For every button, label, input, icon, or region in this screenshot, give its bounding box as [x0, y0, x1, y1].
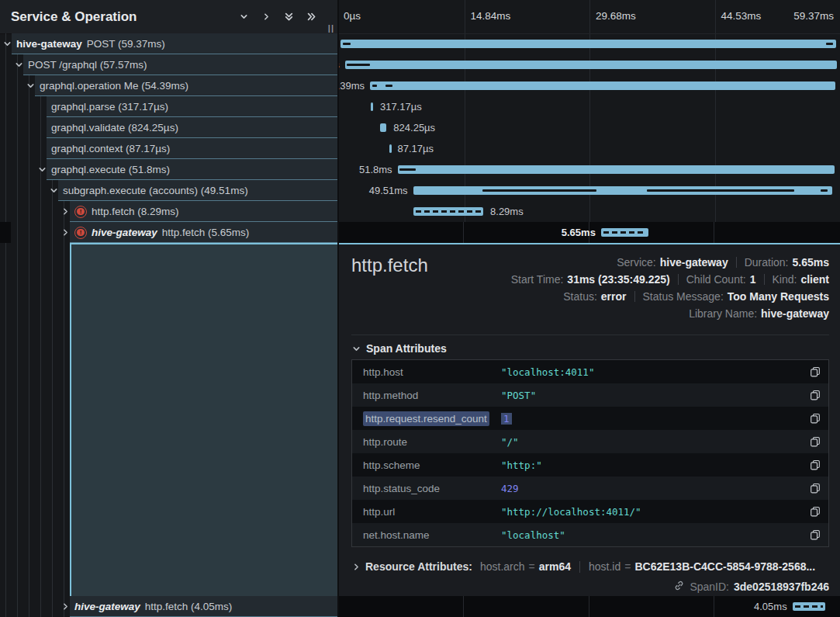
copy-icon[interactable]	[802, 459, 828, 470]
span-operation-label: graphql.execute (51.8ms)	[51, 164, 170, 175]
resource-attributes-title: Resource Attributes:	[365, 560, 472, 573]
timeline-row: 49.51ms	[339, 180, 840, 201]
attribute-key: net.host.name	[352, 529, 501, 541]
attribute-key: http.request.resend_count	[352, 413, 501, 425]
copy-icon[interactable]	[802, 366, 828, 377]
meta-value: 31ms (23:35:49.225)	[567, 273, 669, 286]
resource-attributes-row[interactable]: Resource Attributes: host.arch=arm64host…	[351, 555, 829, 578]
chevron-right-icon[interactable]	[60, 207, 70, 217]
error-icon: !	[74, 227, 87, 239]
chevron-down-icon[interactable]	[14, 61, 23, 70]
child-span-mark	[347, 64, 370, 66]
span-operation-label: graphql.operation Me (54.39ms)	[40, 80, 188, 92]
span-bar[interactable]	[398, 165, 835, 174]
copy-icon[interactable]	[802, 483, 828, 494]
attribute-row: http.route"/"	[352, 430, 828, 453]
meta-value: hive-gateway	[660, 256, 728, 269]
double-chevron-right-icon[interactable]	[305, 11, 317, 23]
copy-icon[interactable]	[802, 413, 828, 424]
span-bar[interactable]	[345, 61, 837, 69]
span-id-label: SpanID:	[690, 581, 729, 593]
chevron-down-icon[interactable]	[2, 40, 12, 49]
timeline-row: 8.29ms	[339, 201, 840, 222]
span-id-row: SpanID: 3de02518937fb246	[673, 580, 829, 594]
tree-row[interactable]: graphql.parse (317.17µs)	[0, 96, 337, 117]
meta-separator	[678, 274, 679, 285]
timeline-rows: s.39ms317.17µs824.25µs87.17µs51.8ms49.51…	[339, 33, 840, 243]
resource-equals: =	[624, 560, 631, 573]
chevron-spacer	[37, 102, 47, 112]
timeline-row: 5.65ms	[339, 222, 840, 243]
copy-icon[interactable]	[802, 506, 828, 517]
attribute-row: http.host"localhost:4011"	[352, 360, 828, 383]
tree-row[interactable]: !hive-gatewayhttp.fetch (5.65ms)	[0, 222, 337, 243]
span-bar[interactable]	[380, 123, 386, 132]
span-operation-label: graphql.parse (317.17µs)	[51, 101, 168, 113]
tree-row[interactable]: POST /graphql (57.57ms)	[0, 54, 337, 75]
attribute-value: "localhost:4011"	[501, 366, 802, 378]
span-bar[interactable]	[413, 207, 483, 216]
timeline-tick: 29.68ms	[596, 10, 636, 22]
trace-viewer: Service & Operation || hive-gatewayPOST …	[0, 0, 840, 617]
chevron-down-icon[interactable]	[37, 165, 47, 175]
timeline-row: 317.17µs	[339, 96, 840, 117]
chevron-right-icon[interactable]	[260, 11, 272, 23]
span-bar[interactable]	[793, 602, 826, 611]
chevron-down-icon[interactable]	[237, 11, 250, 23]
timeline-row: .39ms	[339, 75, 840, 96]
resource-attributes-entries: host.arch=arm64host.id=BC62E13B-C4CC-585…	[480, 560, 815, 573]
span-bar[interactable]	[370, 81, 835, 90]
resource-separator	[579, 561, 580, 573]
meta-value: 1	[750, 273, 756, 286]
attribute-row: http.status_code429	[352, 477, 828, 500]
resource-value: BC62E13B-C4CC-5854-9788-2568...	[634, 560, 815, 573]
copy-icon[interactable]	[802, 529, 828, 540]
span-operation-label: http.fetch (4.05ms)	[145, 601, 233, 612]
tree-row[interactable]: graphql.execute (51.8ms)	[0, 159, 337, 180]
timeline-tick: 59.37ms	[793, 10, 834, 22]
child-span-mark	[826, 43, 833, 45]
tree-row[interactable]: subgraph.execute (accounts) (49.51ms)	[0, 180, 337, 201]
meta-label: Duration:	[745, 256, 789, 269]
span-id-value: 3de02518937fb246	[734, 581, 829, 593]
tree-row[interactable]: !http.fetch (8.29ms)	[0, 201, 337, 222]
tree-row[interactable]: graphql.validate (824.25µs)	[0, 117, 337, 138]
child-span-mark	[343, 43, 351, 45]
copy-icon[interactable]	[802, 436, 828, 447]
chevron-down-icon[interactable]	[26, 81, 35, 91]
tree-row[interactable]: hive-gatewayhttp.fetch (4.05ms)	[0, 596, 337, 617]
timeline-row: 51.8ms	[339, 159, 840, 180]
panel-resize-handle[interactable]: ||	[328, 23, 334, 33]
chevron-down-icon[interactable]	[49, 186, 58, 196]
span-tree-panel: Service & Operation || hive-gatewayPOST …	[0, 0, 337, 617]
meta-separator	[764, 274, 765, 285]
timeline-ruler: 0µs14.84ms29.68ms44.53ms59.37ms	[339, 0, 840, 34]
double-chevron-down-icon[interactable]	[282, 11, 295, 23]
span-bar[interactable]	[340, 40, 836, 48]
attribute-row: http.url"http://localhost:4011/"	[352, 500, 828, 523]
chevron-right-icon[interactable]	[60, 228, 70, 237]
meta-separator	[634, 291, 635, 302]
meta-value: 5.65ms	[793, 256, 829, 269]
tree-row[interactable]: graphql.context (87.17µs)	[0, 138, 337, 159]
timeline-panel: 0µs14.84ms29.68ms44.53ms59.37ms s.39ms31…	[339, 0, 840, 617]
meta-line: Service:hive-gatewayDuration:5.65ms	[511, 254, 829, 271]
attribute-row: net.host.name"localhost"	[352, 523, 828, 546]
span-meta: Service:hive-gatewayDuration:5.65msStart…	[511, 254, 829, 322]
duration-label: s	[339, 54, 345, 75]
meta-label: Start Time:	[511, 273, 564, 286]
tree-row[interactable]: hive-gatewayPOST (59.37ms)	[0, 33, 337, 54]
tree-row[interactable]: graphql.operation Me (54.39ms)	[0, 75, 337, 96]
attribute-value: "POST"	[501, 390, 802, 401]
span-tree: hive-gatewayPOST (59.37ms)POST /graphql …	[0, 33, 337, 243]
copy-icon[interactable]	[802, 390, 828, 400]
attribute-key: http.route	[352, 436, 501, 448]
span-attributes-title: Span Attributes	[366, 342, 447, 355]
span-attributes-header[interactable]: Span Attributes	[351, 342, 447, 355]
link-icon[interactable]	[673, 580, 685, 594]
attribute-value: "/"	[501, 436, 802, 448]
span-bar[interactable]	[601, 228, 648, 237]
meta-label: Status:	[563, 290, 597, 303]
chevron-right-icon[interactable]	[60, 602, 70, 612]
span-title: http.fetch	[351, 255, 428, 276]
